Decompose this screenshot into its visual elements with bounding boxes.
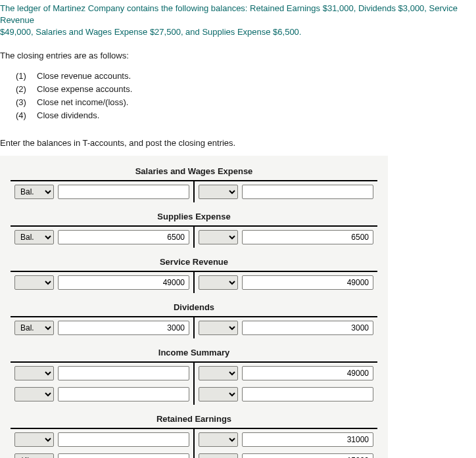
ref-select[interactable] xyxy=(199,321,238,335)
amount-input[interactable] xyxy=(242,230,373,244)
tacct-salaries: Salaries and Wages Expense Bal. xyxy=(11,164,377,202)
amount-input[interactable] xyxy=(242,321,373,335)
amount-input[interactable] xyxy=(58,366,189,380)
tacct-service-revenue: Service Revenue xyxy=(11,254,377,293)
ref-select[interactable]: Bal. xyxy=(14,321,54,335)
amount-input[interactable] xyxy=(242,432,373,447)
amount-input[interactable] xyxy=(242,366,373,380)
problem-intro: The ledger of Martinez Company contains … xyxy=(0,3,476,39)
ref-select[interactable]: Bal. xyxy=(14,185,54,199)
tacct-title: Retained Earnings xyxy=(11,411,377,429)
ref-select[interactable] xyxy=(199,185,238,199)
ref-select[interactable] xyxy=(14,387,54,401)
ref-select[interactable] xyxy=(199,387,238,401)
amount-input[interactable] xyxy=(58,275,189,290)
amount-input[interactable] xyxy=(58,185,189,199)
closing-steps: (1)Close revenue accounts. (2)Close expe… xyxy=(0,70,476,123)
tacct-title: Salaries and Wages Expense xyxy=(11,164,377,181)
intro-line-1a: The ledger of Martinez Company contains … xyxy=(0,3,458,25)
ref-select[interactable] xyxy=(199,230,238,244)
amount-input[interactable] xyxy=(242,275,373,290)
step-3: (3)Close net income/(loss). xyxy=(16,96,476,109)
tacct-dividends: Dividends Bal. xyxy=(11,300,377,338)
ref-select[interactable] xyxy=(199,366,238,380)
t-accounts-panel: Salaries and Wages Expense Bal. Supplies… xyxy=(0,156,388,458)
ref-select[interactable] xyxy=(199,453,238,458)
tacct-title: Service Revenue xyxy=(11,254,377,272)
intro-line-1b: $49,000, Salaries and Wages Expense $27,… xyxy=(0,27,301,37)
amount-input[interactable] xyxy=(242,453,373,458)
step-4: (4)Close dividends. xyxy=(16,109,476,122)
ref-select[interactable] xyxy=(14,275,54,290)
ref-select[interactable] xyxy=(14,366,54,380)
amount-input[interactable] xyxy=(242,185,373,199)
tacct-title: Income Summary xyxy=(11,345,377,363)
tacct-title: Dividends xyxy=(11,300,377,317)
instruction: Enter the balances in T-accounts, and po… xyxy=(0,138,476,148)
ref-select[interactable] xyxy=(199,432,238,447)
amount-input[interactable] xyxy=(58,230,189,244)
amount-input[interactable] xyxy=(58,453,189,458)
amount-input[interactable] xyxy=(242,387,373,401)
ref-select[interactable]: (4) xyxy=(14,453,54,458)
ref-select[interactable]: Bal. xyxy=(14,230,54,244)
amount-input[interactable] xyxy=(58,387,189,401)
ref-select[interactable] xyxy=(199,275,238,290)
tacct-retained-earnings: Retained Earnings (4) xyxy=(11,411,377,458)
step-1: (1)Close revenue accounts. xyxy=(16,70,476,83)
step-2: (2)Close expense accounts. xyxy=(16,83,476,96)
amount-input[interactable] xyxy=(58,321,189,335)
closing-heading: The closing entries are as follows: xyxy=(0,51,476,60)
amount-input[interactable] xyxy=(58,432,189,447)
tacct-supplies: Supplies Expense Bal. xyxy=(11,209,377,248)
ref-select[interactable] xyxy=(14,432,54,447)
tacct-income-summary: Income Summary xyxy=(11,345,377,405)
tacct-title: Supplies Expense xyxy=(11,209,377,227)
